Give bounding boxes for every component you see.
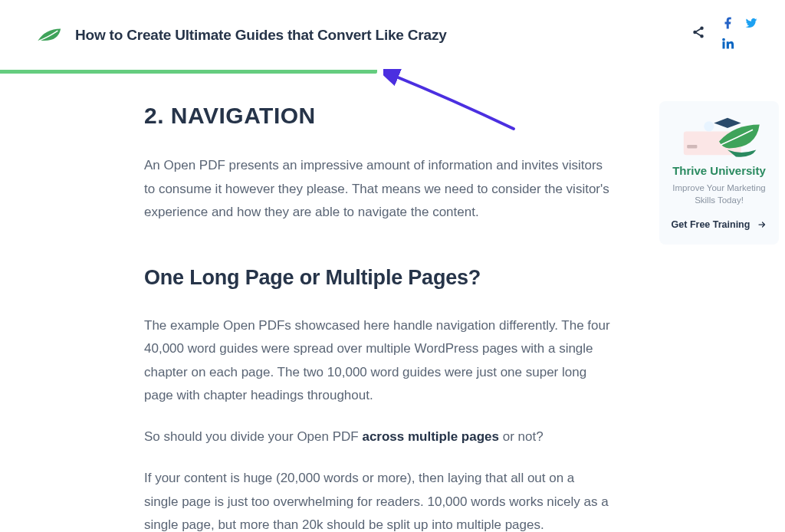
twitter-icon[interactable] (744, 15, 759, 31)
svg-point-7 (704, 121, 714, 131)
text-strong: across multiple pages (362, 429, 499, 444)
svg-point-0 (701, 27, 703, 29)
paragraph: The example Open PDFs showcased here han… (144, 314, 612, 407)
paragraph: If your content is huge (20,000 words or… (144, 467, 612, 532)
svg-line-4 (696, 33, 701, 36)
linkedin-icon[interactable] (721, 35, 736, 51)
reading-progress-fill (0, 70, 377, 74)
leaf-logo-icon (37, 26, 63, 44)
article-content: 2. NAVIGATION An Open PDF presents an im… (144, 95, 612, 532)
page-body: 2. NAVIGATION An Open PDF presents an im… (0, 71, 785, 532)
share-icon[interactable] (691, 25, 705, 42)
paragraph: An Open PDF presents an impressive amoun… (144, 154, 612, 224)
text-run: or not? (499, 429, 544, 444)
svg-point-2 (701, 35, 703, 38)
facebook-icon[interactable] (721, 15, 736, 31)
subsection-heading: One Long Page or Multiple Pages? (144, 259, 612, 296)
cta-label: Get Free Training (672, 219, 751, 230)
reading-progress-track (0, 70, 785, 74)
text-run: So should you divide your Open PDF (144, 429, 362, 444)
promo-card-title: Thrive University (668, 164, 770, 177)
page-title: How to Create Ultimate Guides that Conve… (75, 27, 447, 44)
section-heading: 2. NAVIGATION (144, 95, 612, 136)
svg-point-1 (694, 31, 696, 34)
svg-rect-6 (687, 145, 697, 148)
promo-card-cta-button[interactable]: Get Free Training (672, 219, 767, 230)
promo-card: Thrive University Improve Your Marketing… (659, 101, 779, 245)
svg-line-3 (696, 29, 701, 32)
promo-card-illustration-icon (668, 113, 770, 158)
sticky-header: How to Create Ultimate Guides that Conve… (0, 0, 785, 71)
share-region (691, 15, 759, 51)
paragraph: So should you divide your Open PDF acros… (144, 425, 612, 448)
promo-card-subtitle: Improve Your Marketing Skills Today! (668, 182, 770, 206)
arrow-right-icon (757, 220, 767, 229)
